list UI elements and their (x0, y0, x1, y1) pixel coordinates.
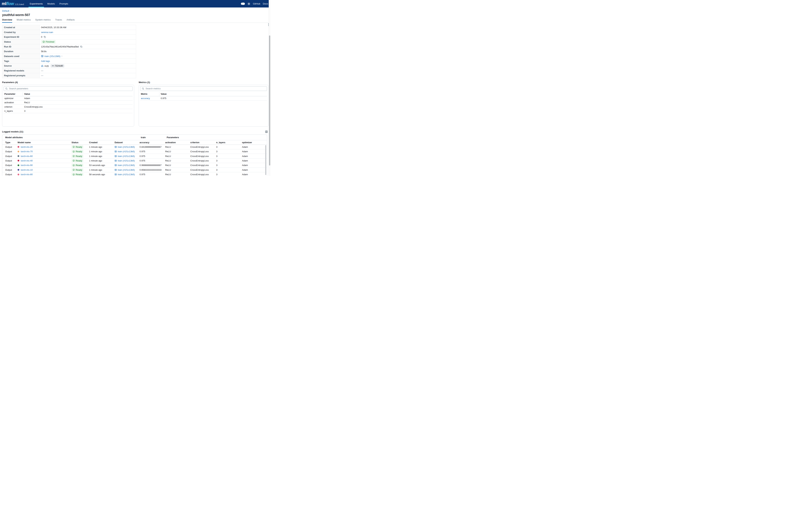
navbar-tabs: Experiments Models Prompts (27, 0, 70, 8)
dataset-link[interactable]: train (#1f1c13b5) (118, 169, 135, 171)
nav-tab-models[interactable]: Models (45, 0, 57, 8)
source-commit-chip[interactable]: 7324c80 (50, 64, 64, 68)
docs-link[interactable]: Docs (263, 2, 268, 5)
dataset-extra-dot (61, 56, 62, 57)
nav-tab-prompts[interactable]: Prompts (57, 0, 70, 8)
page-scrollbar-thumb[interactable] (269, 35, 270, 165)
ready-status-badge: Ready (71, 159, 84, 162)
logo-flow-text: flow (6, 1, 14, 6)
search-icon (142, 87, 144, 90)
detail-row-created-by: Created by serena.ruan (2, 30, 136, 35)
model-created: 1 minute ago (89, 159, 115, 162)
search-parameters-input[interactable] (9, 87, 131, 90)
detail-label: Status (2, 40, 40, 44)
table-columns-icon[interactable] (265, 130, 268, 133)
dataset-link[interactable]: train (#1f1c13b5) (118, 164, 135, 166)
gear-icon[interactable] (247, 2, 250, 5)
detail-row-experiment-id: Experiment ID 0 (2, 34, 136, 40)
model-criterion: CrossEntropyLoss (190, 155, 216, 158)
theme-toggle-switch[interactable] (241, 3, 245, 5)
source-file-name: a.py (44, 64, 49, 67)
col-model-name: Model name (17, 141, 71, 144)
parameters-section-title: Parameters (4) (2, 81, 134, 84)
tab-system-metrics[interactable]: System metrics (35, 18, 51, 23)
model-criterion: CrossEntropyLoss (190, 146, 216, 148)
logged-models-group-header: Model attributes train Parameters (2, 135, 267, 140)
metric-name-link[interactable]: accuracy (141, 97, 150, 100)
detail-label: Created at (2, 25, 40, 30)
dataset-table-icon (115, 169, 117, 171)
nav-tab-experiments[interactable]: Experiments (27, 0, 45, 8)
model-criterion: CrossEntropyLoss (190, 173, 216, 176)
tab-traces[interactable]: Traces (55, 18, 62, 23)
model-created: 58 seconds ago (89, 173, 115, 176)
group-parameters: Parameters (167, 136, 267, 139)
dataset-table-icon (115, 150, 117, 152)
model-type: Output (5, 173, 17, 176)
model-type: Output (5, 150, 17, 153)
dataset-used-link[interactable]: train (1f1c13b5) (44, 55, 60, 58)
registered-prompts-empty: — (41, 74, 43, 77)
col-n-layers: n_layers (216, 141, 242, 144)
detail-label: Tags (2, 59, 40, 63)
dataset-link[interactable]: train (#1f1c13b5) (118, 155, 135, 158)
top-navbar: mlflow 2.21.3.dev0 Experiments Models Pr… (0, 0, 271, 8)
parameter-value: CrossEntropyLoss (23, 105, 133, 108)
model-activation: ReLU (165, 169, 190, 171)
model-n-layers: 3 (216, 159, 242, 162)
logged-model-row: Output torch-iris-10 Ready 1 minute ago … (2, 168, 267, 172)
model-name-link[interactable]: torch-iris-70 (21, 150, 33, 153)
model-name-link[interactable]: torch-iris-60 (21, 155, 33, 158)
model-name-link[interactable]: torch-iris-80 (21, 173, 33, 176)
tab-overview[interactable]: Overview (2, 18, 12, 23)
github-link[interactable]: GitHub (253, 2, 260, 5)
parameter-name: activation (4, 101, 23, 104)
model-activation: ReLU (165, 146, 190, 148)
copy-icon[interactable] (80, 46, 82, 48)
dataset-link[interactable]: train (#1f1c13b5) (118, 159, 135, 162)
col-activation: activation (165, 141, 190, 144)
ready-status-badge: Ready (71, 173, 84, 176)
add-tags-button[interactable]: Add tags (41, 60, 50, 62)
page-scrollbar-track[interactable] (269, 0, 271, 176)
model-created: 1 minute ago (89, 155, 115, 158)
model-name-link[interactable]: torch-iris-20 (21, 146, 33, 148)
model-color-dot (17, 146, 19, 148)
model-criterion: CrossEntropyLoss (190, 169, 216, 171)
model-name-link[interactable]: torch-iris-10 (21, 169, 33, 171)
parameters-table: Parameter Value optimizer Adam activatio… (4, 92, 133, 113)
created-by-link[interactable]: serena.ruan (41, 31, 53, 33)
model-name-link[interactable]: torch-iris-40 (21, 159, 33, 162)
breadcrumb-experiment-link[interactable]: Default (2, 10, 9, 12)
tab-model-metrics[interactable]: Model metrics (17, 18, 31, 23)
metric-row: accuracy 0.975 (140, 96, 267, 101)
parameter-row: optimizer Adam (4, 96, 133, 101)
detail-row-datasets: Datasets used train (1f1c13b5) (2, 54, 136, 59)
table-scrollbar-thumb[interactable] (265, 145, 266, 175)
parameter-name: optimizer (4, 97, 23, 100)
model-color-dot (17, 164, 19, 166)
parameter-row: criterion CrossEntropyLoss (4, 105, 133, 109)
model-n-layers: 3 (216, 164, 242, 166)
model-color-dot (17, 174, 19, 175)
dataset-link[interactable]: train (#1f1c13b5) (118, 173, 135, 176)
detail-row-registered-models: Registered models — (2, 68, 136, 73)
mlflow-logo[interactable]: mlflow 2.21.3.dev0 (2, 1, 24, 6)
duration-value: 58.8s (41, 50, 47, 53)
parameter-value: ReLU (23, 101, 133, 104)
tab-artifacts[interactable]: Artifacts (67, 18, 75, 23)
run-id-value: 12f143a7fda1461e9240d7ffad4ea5bd (41, 45, 79, 48)
model-n-layers: 3 (216, 155, 242, 158)
logged-models-column-header: Type Model name Status Created Dataset a… (2, 140, 267, 145)
registered-models-empty: — (41, 69, 43, 72)
run-page-tabs: Overview Model metrics System metrics Tr… (2, 18, 269, 23)
status-text: Ready (76, 146, 82, 148)
model-name-link[interactable]: torch-iris-90 (21, 164, 33, 166)
col-accuracy: accuracy (140, 141, 165, 144)
dataset-link[interactable]: train (#1f1c13b5) (118, 150, 135, 153)
dataset-link[interactable]: train (#1f1c13b5) (118, 146, 135, 148)
detail-row-source: Source a.py 7324c80 (2, 64, 136, 69)
model-type: Output (5, 159, 17, 162)
search-metrics-input[interactable] (145, 87, 265, 90)
copy-icon[interactable] (44, 36, 46, 38)
